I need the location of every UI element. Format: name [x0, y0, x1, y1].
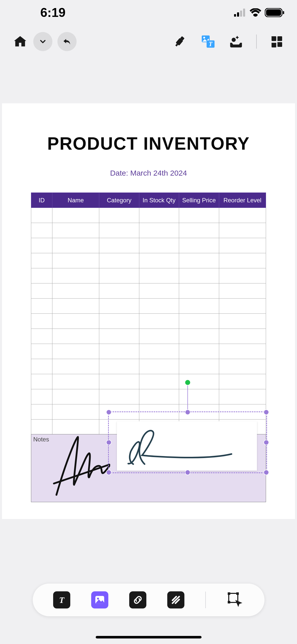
table-cell[interactable] [52, 389, 99, 404]
table-cell[interactable] [179, 344, 219, 359]
table-cell[interactable] [139, 223, 179, 238]
table-cell[interactable] [139, 253, 179, 268]
table-cell[interactable] [31, 283, 52, 299]
table-cell[interactable] [139, 374, 179, 389]
table-row[interactable] [31, 374, 266, 389]
table-cell[interactable] [219, 299, 266, 314]
dropdown-button[interactable] [33, 32, 52, 51]
table-cell[interactable] [31, 374, 52, 389]
signature-1[interactable] [46, 429, 117, 500]
table-cell[interactable] [139, 299, 179, 314]
table-row[interactable] [31, 329, 266, 344]
table-cell[interactable] [31, 253, 52, 268]
table-row[interactable] [31, 223, 266, 238]
table-row[interactable] [31, 314, 266, 329]
table-cell[interactable] [139, 359, 179, 374]
table-cell[interactable] [31, 404, 52, 420]
table-cell[interactable] [139, 344, 179, 359]
table-cell[interactable] [219, 344, 266, 359]
table-row[interactable] [31, 283, 266, 299]
table-cell[interactable] [99, 223, 139, 238]
table-cell[interactable] [52, 268, 99, 283]
table-cell[interactable] [31, 223, 52, 238]
table-row[interactable] [31, 208, 266, 223]
table-row[interactable] [31, 404, 266, 420]
table-cell[interactable] [99, 299, 139, 314]
table-cell[interactable] [99, 268, 139, 283]
magic-button[interactable] [228, 34, 244, 50]
table-cell[interactable] [52, 283, 99, 299]
table-cell[interactable] [52, 208, 99, 223]
table-cell[interactable] [139, 238, 179, 253]
table-cell[interactable] [179, 389, 219, 404]
selected-signature-image[interactable] [117, 421, 257, 471]
table-cell[interactable] [179, 223, 219, 238]
table-row[interactable] [31, 344, 266, 359]
table-cell[interactable] [219, 359, 266, 374]
table-cell[interactable] [179, 359, 219, 374]
table-cell[interactable] [99, 253, 139, 268]
table-cell[interactable] [179, 314, 219, 329]
table-cell[interactable] [52, 374, 99, 389]
table-cell[interactable] [52, 253, 99, 268]
table-cell[interactable] [139, 314, 179, 329]
table-cell[interactable] [52, 223, 99, 238]
table-cell[interactable] [31, 389, 52, 404]
table-cell[interactable] [179, 268, 219, 283]
table-cell[interactable] [219, 283, 266, 299]
home-button[interactable] [12, 34, 28, 50]
table-cell[interactable] [179, 374, 219, 389]
table-cell[interactable] [99, 283, 139, 299]
home-indicator[interactable] [96, 636, 202, 638]
table-cell[interactable] [52, 344, 99, 359]
table-cell[interactable] [139, 268, 179, 283]
text-tool-button[interactable]: T [53, 591, 70, 608]
table-cell[interactable] [99, 359, 139, 374]
table-cell[interactable] [139, 283, 179, 299]
canvas-area[interactable]: PRODUCT INVENTORY Date: March 24th 2024 … [0, 58, 297, 519]
table-cell[interactable] [139, 329, 179, 344]
table-cell[interactable] [31, 344, 52, 359]
table-row[interactable] [31, 359, 266, 374]
table-cell[interactable] [219, 238, 266, 253]
table-cell[interactable] [179, 329, 219, 344]
table-cell[interactable] [31, 314, 52, 329]
apps-button[interactable] [269, 34, 285, 50]
table-cell[interactable] [99, 208, 139, 223]
table-cell[interactable] [219, 253, 266, 268]
table-cell[interactable] [219, 223, 266, 238]
table-cell[interactable] [31, 359, 52, 374]
table-cell[interactable] [219, 208, 266, 223]
table-cell[interactable] [219, 374, 266, 389]
table-cell[interactable] [99, 344, 139, 359]
table-cell[interactable] [179, 253, 219, 268]
table-cell[interactable] [52, 238, 99, 253]
text-image-button[interactable]: T [200, 34, 216, 50]
table-cell[interactable] [139, 208, 179, 223]
table-cell[interactable] [219, 268, 266, 283]
table-cell[interactable] [179, 283, 219, 299]
table-row[interactable] [31, 238, 266, 253]
table-cell[interactable] [219, 404, 266, 420]
table-cell[interactable] [179, 299, 219, 314]
table-row[interactable] [31, 253, 266, 268]
select-tool-button[interactable] [227, 591, 244, 608]
table-cell[interactable] [31, 268, 52, 283]
table-cell[interactable] [179, 208, 219, 223]
table-cell[interactable] [219, 329, 266, 344]
table-cell[interactable] [219, 314, 266, 329]
inventory-table[interactable]: ID Name Category In Stock Qty Selling Pr… [31, 192, 266, 435]
table-cell[interactable] [99, 314, 139, 329]
table-cell[interactable] [52, 404, 99, 420]
table-row[interactable] [31, 268, 266, 283]
document-page[interactable]: PRODUCT INVENTORY Date: March 24th 2024 … [2, 103, 295, 519]
table-cell[interactable] [99, 238, 139, 253]
table-cell[interactable] [31, 329, 52, 344]
table-cell[interactable] [139, 389, 179, 404]
table-cell[interactable] [179, 238, 219, 253]
table-cell[interactable] [99, 389, 139, 404]
table-cell[interactable] [99, 329, 139, 344]
undo-button[interactable] [57, 32, 77, 51]
table-row[interactable] [31, 299, 266, 314]
table-row[interactable] [31, 389, 266, 404]
